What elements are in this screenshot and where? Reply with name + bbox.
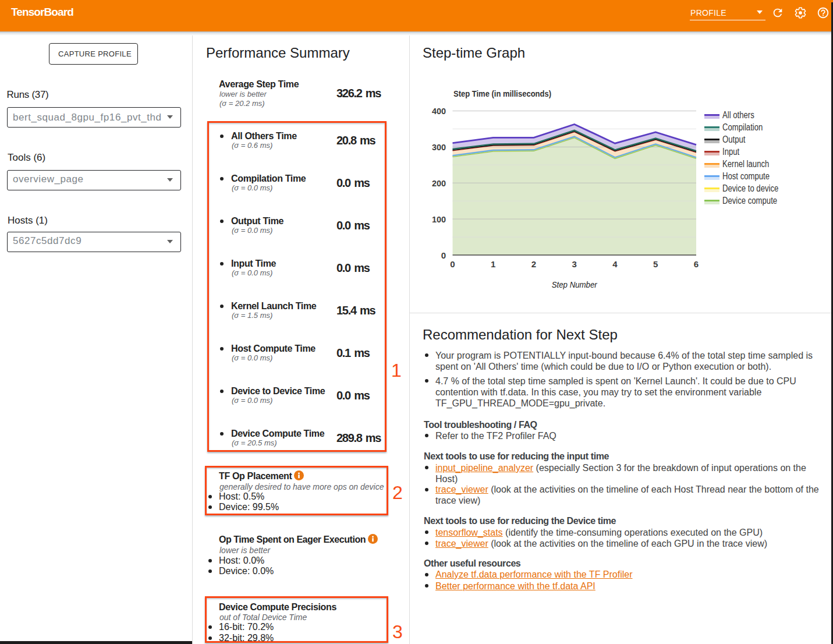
svg-text:Device to device: Device to device (722, 183, 778, 193)
svg-text:1: 1 (491, 259, 495, 269)
svg-text:0: 0 (450, 259, 455, 269)
svg-text:Kernel launch: Kernel launch (722, 159, 769, 169)
svg-text:0: 0 (441, 250, 446, 260)
svg-text:Step Number: Step Number (552, 279, 598, 289)
svg-text:Host compute: Host compute (722, 171, 770, 181)
svg-text:200: 200 (432, 178, 446, 188)
svg-text:Output: Output (722, 135, 746, 144)
svg-text:All others: All others (722, 110, 754, 120)
svg-text:100: 100 (432, 214, 446, 224)
svg-text:3: 3 (572, 259, 577, 269)
svg-text:4: 4 (612, 259, 618, 269)
svg-text:2: 2 (531, 259, 536, 269)
svg-text:Device compute: Device compute (722, 196, 777, 206)
svg-text:Input: Input (722, 147, 740, 157)
svg-text:6: 6 (694, 259, 699, 269)
svg-text:400: 400 (432, 106, 446, 116)
svg-text:Compilation: Compilation (722, 122, 763, 132)
svg-text:Step Time (in milliseconds): Step Time (in milliseconds) (453, 89, 551, 98)
svg-text:300: 300 (432, 142, 446, 152)
svg-text:5: 5 (653, 259, 658, 269)
